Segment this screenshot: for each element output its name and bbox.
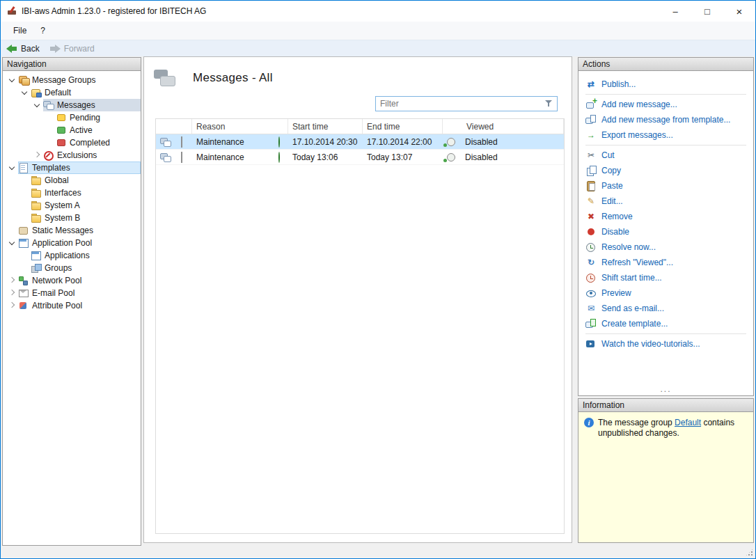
- create-template-icon: [585, 318, 597, 329]
- tree-item-exclusions[interactable]: Exclusions: [3, 149, 141, 162]
- column-header-viewed[interactable]: Viewed: [443, 119, 564, 134]
- tree-item-application-pool[interactable]: Application Pool: [3, 237, 141, 249]
- window-controls: – □ ×: [659, 1, 755, 22]
- action-disable[interactable]: Disable: [578, 224, 753, 239]
- title-bar: IBI-aws Admin 1.23.0 - registered for IB…: [1, 1, 755, 22]
- window-title: IBI-aws Admin 1.23.0 - registered for IB…: [22, 6, 206, 16]
- actions-panel: Actions ⇄Publish... Add new message... A…: [578, 58, 754, 396]
- menu-help[interactable]: ?: [33, 23, 52, 38]
- action-watch-video-tutorials[interactable]: Watch the video-tutorials...: [578, 336, 753, 352]
- action-cut[interactable]: ✂Cut: [578, 148, 753, 163]
- export-icon: →: [585, 129, 597, 141]
- table-row[interactable]: Maintenance Today 13:06 Today 13:07 Disa…: [156, 150, 564, 165]
- tree-item-global[interactable]: Global: [3, 174, 141, 187]
- action-remove[interactable]: ✖Remove: [578, 209, 753, 224]
- column-header-start-time[interactable]: Start time: [288, 119, 363, 134]
- navigation-toolbar: Back Forward: [1, 40, 755, 56]
- action-paste[interactable]: Paste: [578, 178, 753, 194]
- resize-grip[interactable]: [745, 548, 754, 557]
- shift-time-clock-icon: [585, 272, 597, 283]
- right-panel: Actions ⇄Publish... Add new message... A…: [578, 58, 754, 543]
- chevron-down-icon[interactable]: [7, 74, 18, 86]
- edit-icon: ✎: [585, 196, 597, 207]
- tree-item-network-pool[interactable]: Network Pool: [3, 274, 141, 287]
- minimize-button[interactable]: –: [659, 1, 691, 22]
- chevron-right-icon[interactable]: [7, 299, 18, 312]
- folder-icon: [31, 188, 42, 198]
- action-publish[interactable]: ⇄Publish...: [578, 77, 753, 92]
- menu-file[interactable]: File: [6, 23, 33, 38]
- action-create-template[interactable]: Create template...: [578, 316, 753, 331]
- panel-splitter-handle[interactable]: ...: [578, 384, 753, 394]
- tree-item-completed[interactable]: Completed: [3, 136, 141, 149]
- row-checkbox[interactable]: [181, 136, 182, 148]
- chevron-down-icon[interactable]: [7, 162, 18, 174]
- static-messages-icon: [18, 226, 29, 235]
- back-button[interactable]: Back: [6, 44, 40, 54]
- tree-item-message-groups[interactable]: Message Groups: [3, 74, 141, 86]
- information-body: i The message group Default contains unp…: [578, 412, 753, 444]
- tree-item-system-a[interactable]: System A: [3, 199, 141, 212]
- action-shift-start-time[interactable]: Shift start time...: [578, 270, 753, 285]
- templates-icon: [18, 163, 29, 173]
- default-group-link[interactable]: Default: [675, 418, 701, 427]
- navigation-panel-header: Navigation: [2, 57, 141, 71]
- action-copy[interactable]: Copy: [578, 163, 753, 178]
- app-icon: [6, 6, 17, 17]
- chevron-right-icon[interactable]: [7, 274, 18, 287]
- row-checkbox[interactable]: [181, 152, 182, 163]
- tree-item-static-messages[interactable]: Static Messages: [3, 224, 141, 237]
- column-header-end-time[interactable]: End time: [363, 119, 443, 134]
- action-edit[interactable]: ✎Edit...: [578, 194, 753, 209]
- messages-header-icon: [154, 68, 178, 88]
- chevron-spacer: [45, 111, 56, 124]
- chevron-right-icon[interactable]: [32, 149, 43, 162]
- tree-item-applications[interactable]: Applications: [3, 249, 141, 262]
- tree-item-active[interactable]: Active: [3, 124, 141, 136]
- tree-item-interfaces[interactable]: Interfaces: [3, 187, 141, 199]
- tree-item-default[interactable]: Default: [3, 86, 141, 99]
- action-resolve-now[interactable]: Resolve now...: [578, 239, 753, 255]
- chevron-spacer: [19, 249, 31, 262]
- disable-icon: [585, 226, 597, 237]
- status-dot-icon: [278, 136, 280, 148]
- table-row[interactable]: Maintenance 17.10.2014 20:30 17.10.2014 …: [156, 134, 564, 150]
- tree-item-templates[interactable]: Templates: [3, 162, 141, 174]
- preview-eye-icon: [585, 288, 597, 299]
- tree-item-pending[interactable]: Pending: [3, 111, 141, 124]
- chevron-down-icon[interactable]: [19, 86, 31, 99]
- maximize-button[interactable]: □: [691, 1, 723, 22]
- forward-button[interactable]: Forward: [49, 44, 95, 54]
- filter-input[interactable]: [375, 96, 558, 111]
- application-pool-icon: [18, 238, 29, 248]
- paste-icon: [585, 180, 597, 191]
- separator: [585, 333, 746, 334]
- add-message-from-template-icon: [585, 114, 597, 125]
- chevron-right-icon[interactable]: [7, 287, 18, 299]
- column-header-icon[interactable]: [156, 119, 192, 134]
- navigation-panel: Navigation Message Groups Default Messag…: [2, 58, 141, 546]
- action-add-message-from-template[interactable]: Add new message from template...: [578, 112, 753, 127]
- action-refresh-viewed[interactable]: ↻Refresh "Viewed"...: [578, 255, 753, 270]
- action-add-new-message[interactable]: Add new message...: [578, 97, 753, 112]
- information-message: The message group Default contains unpub…: [598, 418, 748, 439]
- tree-item-groups[interactable]: Groups: [3, 262, 141, 274]
- action-send-as-email[interactable]: ✉Send as e-mail...: [578, 301, 753, 316]
- tree-item-email-pool[interactable]: E-mail Pool: [3, 287, 141, 299]
- messages-title-row: Messages - All: [144, 57, 572, 93]
- pending-icon: [56, 113, 67, 123]
- tree-item-system-b[interactable]: System B: [3, 212, 141, 224]
- close-button[interactable]: ×: [723, 1, 755, 22]
- action-preview[interactable]: Preview: [578, 285, 753, 301]
- column-header-reason[interactable]: Reason: [192, 119, 288, 134]
- chevron-down-icon[interactable]: [7, 237, 18, 249]
- action-export-messages[interactable]: →Export messages...: [578, 127, 753, 143]
- copy-icon: [585, 165, 597, 176]
- tree-item-messages[interactable]: Messages: [3, 99, 141, 111]
- message-group-icon: [31, 88, 42, 97]
- forward-arrow-icon: [49, 45, 61, 53]
- actions-list: ⇄Publish... Add new message... Add new m…: [578, 71, 753, 352]
- tree-item-attribute-pool[interactable]: Attribute Pool: [3, 299, 141, 312]
- chevron-down-icon[interactable]: [32, 99, 43, 111]
- table-header: Reason Start time End time Viewed: [156, 119, 564, 134]
